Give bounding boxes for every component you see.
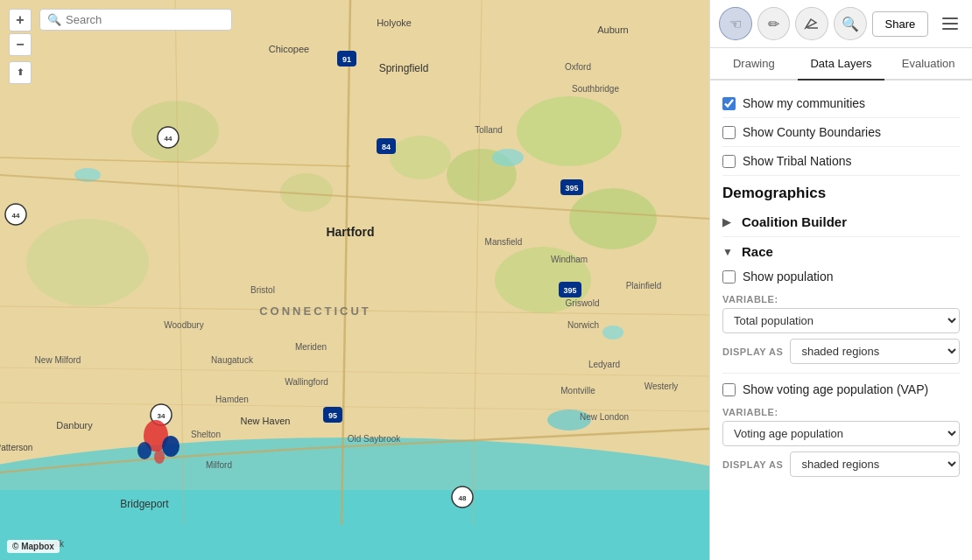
menu-line-1	[942, 18, 958, 19]
display-as-row: DISPLAY AS shaded regions bubbles	[722, 339, 960, 364]
menu-line-2	[942, 23, 958, 24]
svg-text:Chicopee: Chicopee	[269, 44, 309, 54]
svg-text:Meriden: Meriden	[295, 342, 327, 352]
show-tribal-nations-row: Show Tribal Nations	[722, 147, 960, 176]
coalition-builder-label: Coalition Builder	[742, 214, 847, 229]
show-vap-checkbox[interactable]	[722, 383, 736, 396]
svg-text:84: 84	[382, 143, 391, 151]
race-label: Race	[742, 244, 773, 259]
variable-select-row: Total population White alone Black alone…	[722, 308, 960, 333]
share-button[interactable]: Share	[872, 11, 929, 37]
svg-text:Milford: Milford	[206, 460, 232, 470]
svg-text:Patterson: Patterson	[0, 443, 32, 452]
svg-point-75	[162, 436, 180, 457]
compass-button[interactable]: ⬆	[9, 61, 32, 84]
svg-text:Wallingford: Wallingford	[285, 377, 328, 387]
svg-text:395: 395	[565, 184, 578, 192]
svg-text:91: 91	[342, 55, 351, 64]
show-vap-label[interactable]: Show voting age population (VAP)	[743, 382, 928, 396]
hand-tool-button[interactable]: ☜	[719, 7, 752, 40]
display-as-select[interactable]: shaded regions bubbles	[790, 339, 960, 364]
draw-tool-button[interactable]: ✏	[757, 7, 791, 40]
svg-text:Plainfield: Plainfield	[626, 281, 662, 290]
svg-point-77	[154, 450, 165, 464]
vap-display-as-select[interactable]: shaded regions bubbles	[790, 452, 960, 477]
svg-text:Mansfield: Mansfield	[485, 237, 523, 247]
vap-variable-select-row: Voting age population White VAP Black VA…	[722, 421, 960, 446]
tab-data-layers[interactable]: Data Layers	[798, 48, 885, 80]
svg-text:34: 34	[158, 412, 166, 420]
mapbox-logo: © Mapbox	[7, 540, 60, 553]
show-county-boundaries-row: Show County Boundaries	[722, 118, 960, 147]
show-population-label[interactable]: Show population	[743, 270, 834, 284]
race-toggle[interactable]: ▼ Race	[722, 244, 960, 266]
search-bar[interactable]: 🔍	[39, 9, 232, 31]
tab-drawing[interactable]: Drawing	[710, 48, 798, 80]
show-my-communities-row: Show my communities	[722, 89, 960, 118]
show-tribal-nations-label[interactable]: Show Tribal Nations	[743, 154, 852, 168]
svg-text:Auburn: Auburn	[597, 24, 628, 35]
erase-tool-button[interactable]	[795, 7, 828, 40]
show-tribal-nations-checkbox[interactable]	[722, 155, 736, 168]
svg-text:95: 95	[328, 411, 337, 420]
svg-point-8	[26, 219, 149, 306]
search-icon: 🔍	[47, 13, 61, 26]
show-population-checkbox[interactable]	[722, 270, 736, 284]
coalition-builder-section: ▶ Coalition Builder	[722, 207, 960, 237]
svg-text:Woodbury: Woodbury	[164, 320, 203, 330]
show-county-boundaries-checkbox[interactable]	[722, 126, 736, 139]
vap-variable-field-label: VARIABLE:	[722, 407, 960, 417]
tabs: Drawing Data Layers Evaluation	[710, 48, 972, 80]
svg-text:48: 48	[459, 494, 467, 502]
svg-text:Oxford: Oxford	[565, 62, 591, 72]
search-map-button[interactable]: 🔍	[834, 7, 867, 40]
display-as-label: DISPLAY AS	[722, 346, 783, 357]
vap-variable-select[interactable]: Voting age population White VAP Black VA…	[722, 421, 960, 446]
variable-select[interactable]: Total population White alone Black alone…	[722, 308, 960, 333]
tab-evaluation[interactable]: Evaluation	[884, 48, 972, 80]
svg-point-11	[492, 149, 524, 166]
zoom-out-button[interactable]: −	[9, 33, 32, 56]
menu-button[interactable]	[937, 10, 963, 37]
svg-point-5	[569, 188, 657, 249]
svg-text:44: 44	[12, 212, 20, 220]
show-population-row: Show population	[722, 266, 960, 287]
svg-point-76	[137, 442, 151, 459]
sidebar: ☜ ✏ 🔍 Share Drawing Data Layers Evaluati…	[709, 0, 972, 560]
svg-text:395: 395	[563, 286, 576, 295]
vap-display-as-row: DISPLAY AS shaded regions bubbles	[722, 452, 960, 477]
coalition-builder-arrow: ▶	[722, 216, 735, 228]
svg-text:Springfield: Springfield	[379, 62, 429, 74]
svg-text:CONNECTICUT: CONNECTICUT	[259, 304, 371, 318]
show-vap-row: Show voting age population (VAP)	[722, 379, 960, 400]
search-input[interactable]	[66, 13, 224, 26]
svg-point-12	[602, 326, 623, 340]
show-my-communities-checkbox[interactable]	[722, 97, 736, 110]
map-area[interactable]: 91 84 395 95 44 44 395 34 48 CONNECTICUT…	[0, 0, 709, 560]
svg-text:Old Saybrook: Old Saybrook	[348, 434, 402, 444]
svg-text:Danbury: Danbury	[56, 420, 93, 430]
divider-1	[722, 373, 960, 374]
show-my-communities-label[interactable]: Show my communities	[743, 96, 865, 110]
menu-line-3	[942, 28, 958, 30]
toolbar: ☜ ✏ 🔍 Share	[710, 0, 972, 48]
map-controls: + − ⬆	[9, 9, 32, 84]
svg-text:Norwich: Norwich	[567, 320, 599, 330]
svg-text:Tolland: Tolland	[475, 125, 503, 135]
svg-text:Holyoke: Holyoke	[377, 18, 412, 28]
svg-text:Bridgeport: Bridgeport	[120, 498, 169, 510]
svg-text:Bristol: Bristol	[250, 285, 275, 295]
demographics-header: Demographics	[722, 176, 960, 207]
svg-text:Southbridge: Southbridge	[572, 84, 619, 94]
svg-text:Griswold: Griswold	[566, 298, 600, 308]
svg-point-7	[390, 136, 451, 179]
show-county-boundaries-label[interactable]: Show County Boundaries	[743, 125, 881, 139]
svg-text:Montville: Montville	[560, 386, 595, 396]
race-section: ▼ Race Show population VARIABLE: Total p…	[722, 237, 960, 489]
svg-text:44: 44	[165, 135, 173, 143]
svg-text:Hamden: Hamden	[215, 395, 249, 404]
zoom-in-button[interactable]: +	[9, 9, 32, 32]
coalition-builder-toggle[interactable]: ▶ Coalition Builder	[722, 214, 960, 229]
svg-text:Hartford: Hartford	[326, 225, 374, 239]
svg-text:New Milford: New Milford	[35, 355, 81, 365]
